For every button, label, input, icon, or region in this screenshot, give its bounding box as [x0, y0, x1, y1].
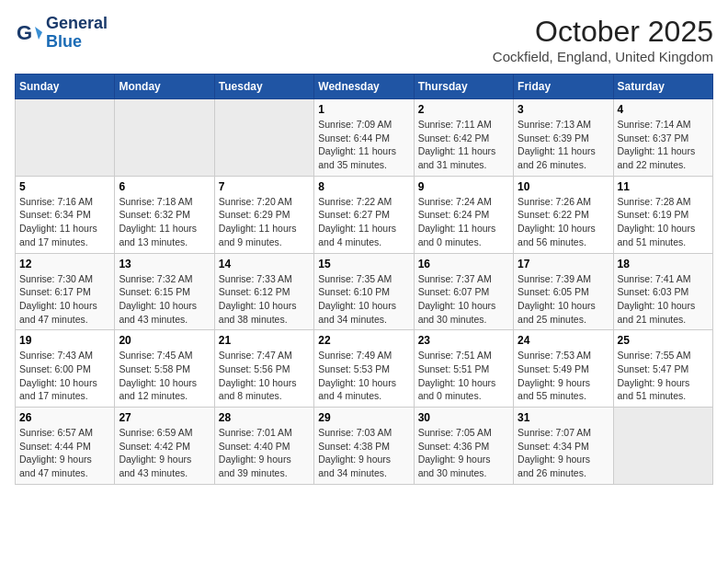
day-number: 16: [418, 258, 509, 270]
calendar-day-cell: 27Sunrise: 6:59 AM Sunset: 4:42 PM Dayli…: [115, 408, 214, 485]
logo: G General Blue: [15, 15, 108, 52]
day-info: Sunrise: 7:26 AM Sunset: 6:22 PM Dayligh…: [518, 195, 609, 249]
day-info: Sunrise: 7:35 AM Sunset: 6:10 PM Dayligh…: [318, 272, 409, 327]
weekday-header-cell: Sunday: [16, 75, 115, 99]
svg-text:G: G: [17, 21, 32, 44]
calendar-day-cell: [115, 99, 214, 177]
calendar-day-cell: 22Sunrise: 7:49 AM Sunset: 5:53 PM Dayli…: [314, 330, 414, 408]
day-number: 4: [618, 103, 709, 116]
day-info: Sunrise: 7:53 AM Sunset: 5:49 PM Dayligh…: [518, 349, 609, 403]
svg-marker-1: [35, 27, 42, 40]
calendar-day-cell: [16, 99, 115, 177]
day-number: 5: [19, 180, 110, 193]
calendar-day-cell: 1Sunrise: 7:09 AM Sunset: 6:44 PM Daylig…: [314, 99, 414, 177]
day-info: Sunrise: 7:24 AM Sunset: 6:24 PM Dayligh…: [418, 195, 509, 249]
day-info: Sunrise: 7:22 AM Sunset: 6:27 PM Dayligh…: [318, 195, 409, 249]
day-number: 26: [19, 411, 110, 424]
calendar-day-cell: 24Sunrise: 7:53 AM Sunset: 5:49 PM Dayli…: [514, 330, 613, 408]
day-number: 7: [219, 180, 310, 193]
calendar-day-cell: [613, 408, 712, 485]
calendar-day-cell: 19Sunrise: 7:43 AM Sunset: 6:00 PM Dayli…: [16, 330, 115, 408]
calendar-day-cell: 13Sunrise: 7:32 AM Sunset: 6:15 PM Dayli…: [115, 253, 214, 330]
calendar-day-cell: 9Sunrise: 7:24 AM Sunset: 6:24 PM Daylig…: [414, 176, 513, 253]
day-info: Sunrise: 7:37 AM Sunset: 6:07 PM Dayligh…: [418, 272, 509, 327]
calendar-week-row: 5Sunrise: 7:16 AM Sunset: 6:34 PM Daylig…: [16, 176, 713, 253]
weekday-header-cell: Wednesday: [314, 75, 414, 99]
day-number: 15: [318, 258, 409, 270]
title-block: October 2025 Cockfield, England, United …: [493, 15, 713, 64]
month-title: October 2025: [493, 15, 713, 49]
calendar-day-cell: 8Sunrise: 7:22 AM Sunset: 6:27 PM Daylig…: [314, 176, 414, 253]
calendar-day-cell: 28Sunrise: 7:01 AM Sunset: 4:40 PM Dayli…: [214, 408, 313, 485]
calendar-day-cell: 14Sunrise: 7:33 AM Sunset: 6:12 PM Dayli…: [214, 253, 313, 330]
logo-text: General Blue: [46, 15, 108, 52]
calendar-day-cell: 21Sunrise: 7:47 AM Sunset: 5:56 PM Dayli…: [214, 330, 313, 408]
page-header: G General Blue October 2025 Cockfield, E…: [15, 15, 713, 64]
day-info: Sunrise: 7:47 AM Sunset: 5:56 PM Dayligh…: [219, 349, 310, 403]
calendar-table: SundayMondayTuesdayWednesdayThursdayFrid…: [15, 74, 713, 485]
day-number: 8: [318, 180, 409, 193]
day-info: Sunrise: 7:43 AM Sunset: 6:00 PM Dayligh…: [19, 349, 110, 403]
calendar-day-cell: [214, 99, 313, 177]
day-info: Sunrise: 7:03 AM Sunset: 4:38 PM Dayligh…: [318, 426, 409, 480]
day-info: Sunrise: 7:20 AM Sunset: 6:29 PM Dayligh…: [219, 195, 310, 249]
day-number: 30: [418, 411, 509, 424]
day-info: Sunrise: 7:09 AM Sunset: 6:44 PM Dayligh…: [318, 118, 409, 172]
calendar-day-cell: 26Sunrise: 6:57 AM Sunset: 4:44 PM Dayli…: [16, 408, 115, 485]
weekday-header-cell: Monday: [115, 75, 214, 99]
calendar-week-row: 19Sunrise: 7:43 AM Sunset: 6:00 PM Dayli…: [16, 330, 713, 408]
day-number: 2: [418, 103, 509, 116]
day-number: 11: [618, 180, 709, 193]
day-info: Sunrise: 7:13 AM Sunset: 6:39 PM Dayligh…: [518, 118, 609, 172]
day-info: Sunrise: 7:28 AM Sunset: 6:19 PM Dayligh…: [618, 195, 709, 249]
day-number: 20: [119, 334, 210, 347]
day-number: 17: [518, 258, 609, 270]
day-number: 14: [219, 258, 310, 270]
day-number: 28: [219, 411, 310, 424]
calendar-day-cell: 25Sunrise: 7:55 AM Sunset: 5:47 PM Dayli…: [613, 330, 712, 408]
calendar-day-cell: 10Sunrise: 7:26 AM Sunset: 6:22 PM Dayli…: [514, 176, 613, 253]
day-info: Sunrise: 7:49 AM Sunset: 5:53 PM Dayligh…: [318, 349, 409, 403]
day-number: 3: [518, 103, 609, 116]
day-info: Sunrise: 7:05 AM Sunset: 4:36 PM Dayligh…: [418, 426, 509, 480]
weekday-header-cell: Tuesday: [214, 75, 313, 99]
day-info: Sunrise: 7:30 AM Sunset: 6:17 PM Dayligh…: [19, 272, 110, 327]
day-number: 9: [418, 180, 509, 193]
logo-line1: General: [46, 15, 108, 33]
calendar-day-cell: 3Sunrise: 7:13 AM Sunset: 6:39 PM Daylig…: [514, 99, 613, 177]
calendar-day-cell: 2Sunrise: 7:11 AM Sunset: 6:42 PM Daylig…: [414, 99, 513, 177]
calendar-day-cell: 20Sunrise: 7:45 AM Sunset: 5:58 PM Dayli…: [115, 330, 214, 408]
day-number: 10: [518, 180, 609, 193]
day-number: 25: [618, 334, 709, 347]
day-number: 22: [318, 334, 409, 347]
calendar-day-cell: 11Sunrise: 7:28 AM Sunset: 6:19 PM Dayli…: [613, 176, 712, 253]
calendar-day-cell: 16Sunrise: 7:37 AM Sunset: 6:07 PM Dayli…: [414, 253, 513, 330]
day-number: 27: [119, 411, 210, 424]
calendar-day-cell: 7Sunrise: 7:20 AM Sunset: 6:29 PM Daylig…: [214, 176, 313, 253]
calendar-day-cell: 4Sunrise: 7:14 AM Sunset: 6:37 PM Daylig…: [613, 99, 712, 177]
day-number: 13: [119, 258, 210, 270]
calendar-day-cell: 31Sunrise: 7:07 AM Sunset: 4:34 PM Dayli…: [514, 408, 613, 485]
day-info: Sunrise: 7:07 AM Sunset: 4:34 PM Dayligh…: [518, 426, 609, 480]
logo-line2: Blue: [46, 33, 108, 52]
day-number: 23: [418, 334, 509, 347]
day-info: Sunrise: 6:59 AM Sunset: 4:42 PM Dayligh…: [119, 426, 210, 480]
day-number: 29: [318, 411, 409, 424]
day-info: Sunrise: 7:51 AM Sunset: 5:51 PM Dayligh…: [418, 349, 509, 403]
day-info: Sunrise: 7:55 AM Sunset: 5:47 PM Dayligh…: [618, 349, 709, 403]
day-info: Sunrise: 7:41 AM Sunset: 6:03 PM Dayligh…: [618, 272, 709, 327]
day-number: 12: [19, 258, 110, 270]
calendar-day-cell: 30Sunrise: 7:05 AM Sunset: 4:36 PM Dayli…: [414, 408, 513, 485]
day-info: Sunrise: 6:57 AM Sunset: 4:44 PM Dayligh…: [19, 426, 110, 480]
day-number: 19: [19, 334, 110, 347]
weekday-header-cell: Friday: [514, 75, 613, 99]
calendar-day-cell: 5Sunrise: 7:16 AM Sunset: 6:34 PM Daylig…: [16, 176, 115, 253]
day-number: 1: [318, 103, 409, 116]
calendar-day-cell: 6Sunrise: 7:18 AM Sunset: 6:32 PM Daylig…: [115, 176, 214, 253]
day-info: Sunrise: 7:16 AM Sunset: 6:34 PM Dayligh…: [19, 195, 110, 249]
calendar-day-cell: 23Sunrise: 7:51 AM Sunset: 5:51 PM Dayli…: [414, 330, 513, 408]
day-info: Sunrise: 7:39 AM Sunset: 6:05 PM Dayligh…: [518, 272, 609, 327]
calendar-day-cell: 18Sunrise: 7:41 AM Sunset: 6:03 PM Dayli…: [613, 253, 712, 330]
day-info: Sunrise: 7:14 AM Sunset: 6:37 PM Dayligh…: [618, 118, 709, 172]
logo-icon: G: [15, 19, 42, 47]
